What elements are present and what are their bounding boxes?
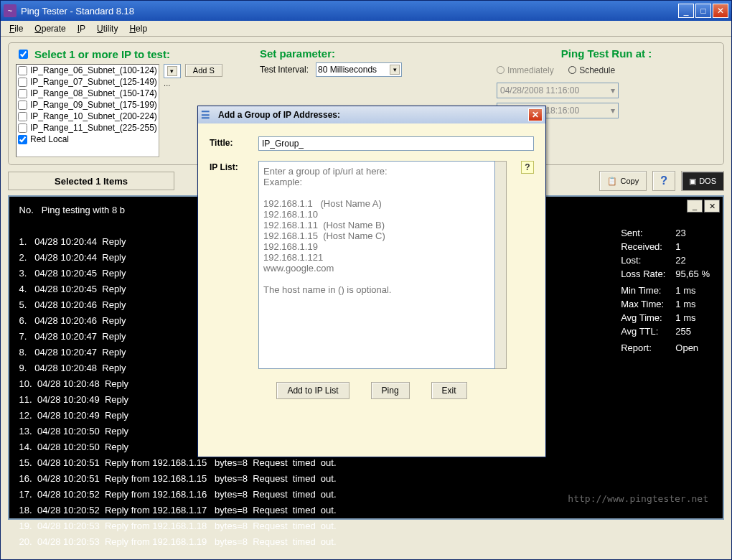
- ip-item-checkbox[interactable]: [18, 66, 27, 75]
- footer-url: http://www.pingtester.net: [568, 493, 708, 504]
- ip-item-checkbox[interactable]: [18, 112, 27, 121]
- ip-item-checkbox[interactable]: [18, 89, 27, 98]
- ip-item-checkbox[interactable]: [18, 123, 27, 133]
- add-to-ip-list-button[interactable]: Add to IP List: [276, 382, 349, 399]
- ip-list-dropdown-icon[interactable]: ▾: [164, 64, 181, 78]
- scrollbar[interactable]: [495, 161, 507, 369]
- dialog-title: Add a Group of IP Addresses:: [218, 110, 340, 120]
- app-icon: ~: [4, 4, 17, 17]
- ip-item-checkbox[interactable]: [18, 101, 27, 110]
- menu-operate[interactable]: Operate: [29, 22, 71, 35]
- iplist-help-icon[interactable]: ?: [521, 161, 534, 174]
- menu-utility[interactable]: Utility: [91, 22, 123, 35]
- dialog-title-label: Tittle:: [210, 136, 258, 148]
- minimize-button[interactable]: _: [678, 4, 694, 18]
- menu-ip[interactable]: IP: [72, 22, 91, 35]
- test-interval-select[interactable]: 80 Milliseconds▾: [316, 62, 402, 77]
- terminal-icon: ▣: [689, 177, 696, 186]
- list-item[interactable]: IP_Range_11_Subnet_(225-255): [17, 122, 159, 134]
- console-close-button[interactable]: ✕: [704, 200, 720, 213]
- dos-button[interactable]: ▣DOS: [681, 171, 724, 191]
- list-item[interactable]: IP_Range_09_Subnet_(175-199): [17, 99, 159, 111]
- dialog-close-button[interactable]: ✕: [528, 108, 543, 121]
- menu-file[interactable]: File: [4, 22, 29, 35]
- list-item[interactable]: IP_Range_08_Subnet_(150-174): [17, 88, 159, 99]
- close-button[interactable]: ✕: [713, 4, 728, 18]
- exit-button[interactable]: Exit: [431, 382, 467, 399]
- radio-immediately[interactable]: Immediately: [497, 65, 554, 75]
- section-run-at: Ping Test Run at :: [497, 47, 716, 60]
- section-select-ip: Select 1 or more IP to test:: [16, 47, 253, 61]
- ip-item-checkbox[interactable]: [18, 135, 27, 144]
- help-icon[interactable]: ?: [652, 171, 675, 191]
- ping-button[interactable]: Ping: [371, 382, 410, 399]
- test-interval-label: Test Interval:: [260, 65, 309, 75]
- menu-bar: File Operate IP Utility Help: [1, 21, 731, 37]
- list-item[interactable]: IP_Range_06_Subnet_(100-124): [17, 65, 159, 76]
- select-all-checkbox[interactable]: [19, 50, 28, 59]
- list-item[interactable]: Red Local: [17, 134, 159, 145]
- section-set-parameter: Set parameter:: [260, 47, 489, 60]
- group-title-input[interactable]: [258, 136, 534, 151]
- add-ip-group-dialog: ☰ Add a Group of IP Addresses: ✕ Tittle:…: [197, 106, 546, 457]
- console-minimize-button[interactable]: _: [687, 200, 703, 213]
- dialog-iplist-label: IP List:: [210, 161, 258, 172]
- list-item[interactable]: IP_Range_07_Subnet_(125-149): [17, 76, 159, 88]
- copy-icon: 📋: [607, 177, 617, 186]
- selected-items-label: Selected 1 Items: [8, 172, 174, 190]
- title-bar: ~ Ping Tester - Standard 8.18 _ □ ✕: [1, 1, 731, 21]
- menu-help[interactable]: Help: [123, 22, 153, 35]
- datetime-start[interactable]: 04/28/2008 11:16:00▾: [497, 83, 619, 98]
- stats-panel: Sent:23Received:1Lost:22Loss Rate:95,65 …: [615, 225, 715, 355]
- list-item[interactable]: IP_Range_10_Subnet_(200-224): [17, 111, 159, 122]
- ip-list-textarea[interactable]: [258, 161, 495, 369]
- add-s-button[interactable]: Add S: [185, 64, 222, 77]
- ip-item-checkbox[interactable]: [18, 78, 27, 87]
- copy-button[interactable]: 📋Copy: [599, 171, 647, 191]
- dialog-icon: ☰: [201, 109, 214, 121]
- maximize-button[interactable]: □: [695, 4, 711, 18]
- radio-schedule[interactable]: Schedule: [568, 65, 615, 75]
- window-title: Ping Tester - Standard 8.18: [21, 6, 134, 17]
- ip-list[interactable]: IP_Range_06_Subnet_(100-124)IP_Range_07_…: [16, 64, 159, 157]
